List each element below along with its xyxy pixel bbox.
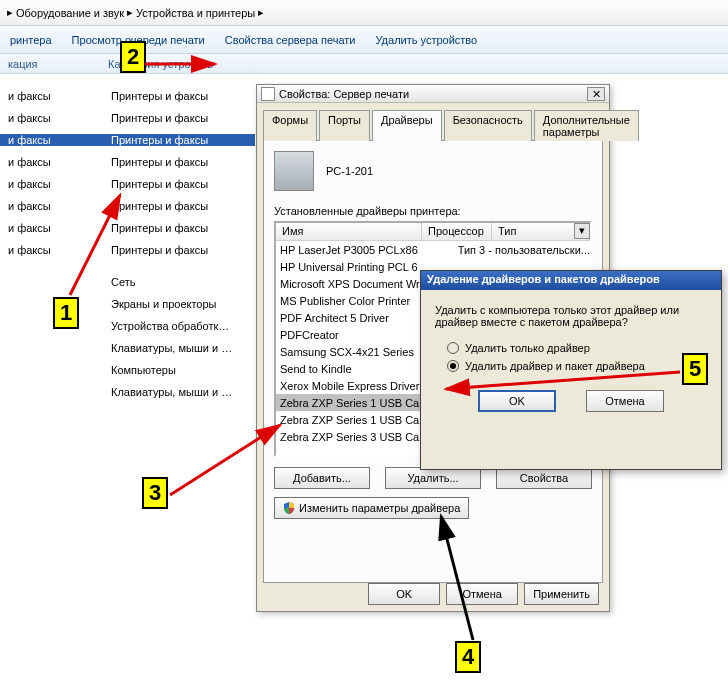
scroll-button-icon[interactable]: ▾ — [574, 223, 590, 239]
change-driver-settings-label: Изменить параметры драйвера — [299, 502, 460, 514]
cell: Клавиатуры, мыши и … — [105, 386, 255, 398]
cell: Принтеры и факсы — [105, 112, 255, 124]
apply-button[interactable]: Применить — [524, 583, 599, 605]
cell: Принтеры и факсы — [105, 134, 255, 146]
list-item[interactable]: Клавиатуры, мыши и … — [0, 337, 258, 359]
subdialog-cancel-button[interactable]: Отмена — [586, 390, 664, 412]
toolbar: ринтера Просмотр очереди печати Свойства… — [0, 26, 728, 54]
driver-row[interactable]: HP LaserJet P3005 PCL6x86Тип 3 - пользов… — [276, 241, 590, 258]
col-processor[interactable]: Процессор — [422, 223, 492, 240]
printer-icon — [261, 87, 275, 101]
chevron-icon: ▸ — [7, 6, 13, 19]
list-item[interactable]: и факсыПринтеры и факсы — [0, 195, 258, 217]
cell: Принтеры и факсы — [105, 200, 255, 212]
list-item[interactable]: Компьютеры — [0, 359, 258, 381]
list-item[interactable]: и факсыПринтеры и факсы — [0, 173, 258, 195]
radio-label: Удалить только драйвер — [465, 342, 590, 354]
subdialog-ok-button[interactable]: OK — [478, 390, 556, 412]
chevron-icon: ▸ — [258, 6, 264, 19]
cell: и факсы — [0, 156, 105, 168]
driver-properties-button[interactable]: Свойства — [496, 467, 592, 489]
address-bar[interactable]: ▸ Оборудование и звук ▸ Устройства и при… — [0, 0, 728, 26]
tab-дополнительные параметры[interactable]: Дополнительные параметры — [534, 110, 639, 141]
remove-driver-dialog: Удаление драйверов и пакетов драйверов У… — [420, 270, 722, 470]
tab-порты[interactable]: Порты — [319, 110, 370, 141]
cell: Компьютеры — [105, 364, 255, 376]
cell: Экраны и проекторы — [105, 298, 255, 310]
cell: Устройства обработк… — [105, 320, 255, 332]
list-item[interactable]: и факсыПринтеры и факсы — [0, 85, 258, 107]
col-name[interactable]: Имя — [276, 223, 422, 240]
column-headers: кация Категория устройств — [0, 54, 728, 74]
radio-label: Удалить драйвер и пакет драйвера — [465, 360, 645, 372]
list-item[interactable]: Экраны и проекторы — [0, 293, 258, 315]
cell: Тип 3 - пользовательски... — [458, 244, 590, 256]
toolbar-item-printer[interactable]: ринтера — [0, 34, 62, 46]
subdialog-title[interactable]: Удаление драйверов и пакетов драйверов — [421, 271, 721, 290]
tab-формы[interactable]: Формы — [263, 110, 317, 141]
ok-button[interactable]: OK — [368, 583, 440, 605]
radio-icon[interactable] — [447, 360, 459, 372]
callout-1: 1 — [53, 297, 79, 329]
list-item[interactable]: и факсыПринтеры и факсы — [0, 129, 258, 151]
server-name: PC-1-201 — [326, 165, 373, 177]
cell: Принтеры и факсы — [105, 244, 255, 256]
tab-strip: ФормыПортыДрайверыБезопасностьДополнител… — [263, 109, 603, 141]
cell: и факсы — [0, 222, 105, 234]
radio-icon[interactable] — [447, 342, 459, 354]
callout-5: 5 — [682, 353, 708, 385]
cancel-button[interactable]: Отмена — [446, 583, 518, 605]
dialog-title-text: Свойства: Сервер печати — [279, 88, 409, 100]
callout-4: 4 — [455, 641, 481, 673]
list-item[interactable]: Сеть — [0, 271, 258, 293]
remove-driver-button[interactable]: Удалить... — [385, 467, 481, 489]
radio-remove-driver-and-package[interactable]: Удалить драйвер и пакет драйвера — [447, 360, 707, 372]
subdialog-question: Удалить с компьютера только этот драйвер… — [435, 304, 707, 328]
list-item[interactable]: и факсыПринтеры и факсы — [0, 239, 258, 261]
installed-drivers-label: Установленные драйверы принтера: — [274, 205, 592, 217]
breadcrumb-seg[interactable]: Устройства и принтеры — [136, 7, 255, 19]
cell: Принтеры и факсы — [105, 178, 255, 190]
list-item[interactable]: и факсыПринтеры и факсы — [0, 217, 258, 239]
list-item[interactable]: Клавиатуры, мыши и … — [0, 381, 258, 403]
cell: Сеть — [105, 276, 255, 288]
col-classification[interactable]: кация — [0, 58, 100, 70]
callout-2: 2 — [120, 41, 146, 73]
cell: и факсы — [0, 134, 105, 146]
cell: и факсы — [0, 244, 105, 256]
dialog-titlebar[interactable]: Свойства: Сервер печати ✕ — [257, 85, 609, 103]
callout-3: 3 — [142, 477, 168, 509]
breadcrumb-seg[interactable]: Оборудование и звук — [16, 7, 124, 19]
cell: и факсы — [0, 200, 105, 212]
toolbar-item-server-properties[interactable]: Свойства сервера печати — [215, 34, 366, 46]
cell: и факсы — [0, 178, 105, 190]
server-icon — [274, 151, 314, 191]
tab-драйверы[interactable]: Драйверы — [372, 110, 442, 141]
list-item[interactable]: и факсыПринтеры и факсы — [0, 107, 258, 129]
cell: Принтеры и факсы — [105, 156, 255, 168]
list-item[interactable]: и факсыПринтеры и факсы — [0, 151, 258, 173]
add-driver-button[interactable]: Добавить... — [274, 467, 370, 489]
chevron-icon: ▸ — [127, 6, 133, 19]
col-device-category[interactable]: Категория устройств — [100, 58, 213, 70]
cell: и факсы — [0, 90, 105, 102]
tab-безопасность[interactable]: Безопасность — [444, 110, 532, 141]
cell: Принтеры и факсы — [105, 90, 255, 102]
cell: x86 — [400, 244, 458, 256]
cell: Принтеры и факсы — [105, 222, 255, 234]
list-item[interactable]: Устройства обработк… — [0, 315, 258, 337]
radio-remove-driver-only[interactable]: Удалить только драйвер — [447, 342, 707, 354]
cell: Клавиатуры, мыши и … — [105, 342, 255, 354]
close-button[interactable]: ✕ — [587, 87, 605, 101]
cell: и факсы — [0, 112, 105, 124]
cell: HP LaserJet P3005 PCL6 — [280, 244, 400, 256]
uac-shield-icon — [283, 502, 295, 514]
device-list: и факсыПринтеры и факсыи факсыПринтеры и… — [0, 85, 258, 403]
toolbar-item-remove-device[interactable]: Удалить устройство — [365, 34, 487, 46]
change-driver-settings-button[interactable]: Изменить параметры драйвера — [274, 497, 469, 519]
